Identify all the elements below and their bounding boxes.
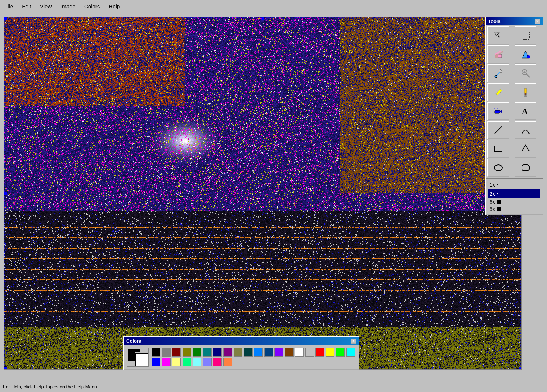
tool-eraser[interactable] xyxy=(487,45,509,64)
svg-rect-20 xyxy=(495,110,500,113)
color-swatch-blue[interactable] xyxy=(152,358,160,366)
tools-close-button[interactable]: × xyxy=(535,19,540,24)
menu-help[interactable]: Help xyxy=(104,2,124,11)
menu-edit[interactable]: Edit xyxy=(17,2,36,11)
canvas-container[interactable] xyxy=(4,17,522,370)
color-swatch-springgreen[interactable] xyxy=(183,358,191,366)
color-swatch-maroon[interactable] xyxy=(172,348,181,357)
color-swatch-purple[interactable] xyxy=(223,348,232,357)
menubar: File Edit View Image Colors Help xyxy=(0,0,547,13)
color-swatch-olive2[interactable] xyxy=(234,348,242,357)
zoom-6x-label: 6x xyxy=(490,199,495,205)
color-swatch-periwinkle[interactable] xyxy=(203,358,212,366)
tools-title: Tools xyxy=(488,19,501,24)
color-preview xyxy=(127,348,149,367)
colors-close-button[interactable]: × xyxy=(351,339,356,344)
menu-colors[interactable]: Colors xyxy=(80,2,104,11)
color-swatch-darkteal[interactable] xyxy=(244,348,253,357)
zoom-1x-label: 1x xyxy=(490,182,495,188)
tool-text[interactable]: A xyxy=(515,102,536,120)
rectangle-icon xyxy=(493,144,503,154)
tools-panel: Tools × xyxy=(485,17,543,215)
tool-rectangle[interactable] xyxy=(487,140,509,158)
color-swatch-lightcyan[interactable] xyxy=(193,358,201,366)
brush-icon xyxy=(521,87,531,97)
color-swatch-yellow[interactable] xyxy=(326,348,334,357)
svg-point-19 xyxy=(524,95,527,97)
svg-rect-1 xyxy=(522,32,529,39)
status-text: For Help, click Help Topics on the Help … xyxy=(3,384,98,389)
rounded-rect-icon xyxy=(521,163,531,173)
zoom-8x-label: 8x xyxy=(490,206,495,212)
tool-free-select[interactable] xyxy=(487,26,509,45)
tool-ellipse[interactable] xyxy=(487,159,509,177)
tool-pencil[interactable] xyxy=(487,83,509,101)
main-area: Tools × xyxy=(0,13,547,392)
color-swatch-orange[interactable] xyxy=(223,358,232,366)
color-swatch-azure[interactable] xyxy=(254,348,263,357)
color-swatch-cyan[interactable] xyxy=(346,348,355,357)
tool-rect-select[interactable] xyxy=(515,26,536,45)
curve-icon xyxy=(521,125,531,135)
tool-fill[interactable] xyxy=(515,45,536,64)
svg-marker-0 xyxy=(495,32,500,38)
tool-line[interactable] xyxy=(487,121,509,139)
free-select-icon xyxy=(493,30,503,41)
tool-polygon[interactable] xyxy=(515,140,536,158)
color-swatch-brown[interactable] xyxy=(285,348,294,357)
zoom-1x[interactable]: 1x · xyxy=(488,180,540,189)
tool-curve[interactable] xyxy=(515,121,536,139)
color-swatch-lime[interactable] xyxy=(336,348,345,357)
background-color[interactable] xyxy=(135,352,148,366)
zoom-2x-label: 2x xyxy=(490,191,495,197)
zoom-2x[interactable]: 2x · xyxy=(488,189,540,198)
zoom-section: 1x · 2x · 6x 8x xyxy=(486,178,543,214)
svg-rect-17 xyxy=(524,88,527,93)
tools-grid: A xyxy=(486,25,543,178)
color-swatch-rose[interactable] xyxy=(213,358,222,366)
image-canvas[interactable] xyxy=(4,17,521,369)
tool-eyedropper[interactable] xyxy=(487,64,509,82)
color-swatch-navy[interactable] xyxy=(213,348,222,357)
ellipse-icon xyxy=(493,163,503,173)
svg-point-23 xyxy=(496,109,497,109)
color-swatch-olive[interactable] xyxy=(183,348,191,357)
svg-point-24 xyxy=(497,108,498,109)
svg-line-12 xyxy=(526,74,529,77)
menu-image[interactable]: Image xyxy=(56,2,80,11)
tool-magnify[interactable] xyxy=(515,64,536,82)
color-swatch-gray[interactable] xyxy=(162,348,171,357)
svg-text:A: A xyxy=(522,107,528,116)
tool-brush[interactable] xyxy=(515,83,536,101)
svg-rect-18 xyxy=(525,93,526,96)
svg-point-31 xyxy=(494,165,502,171)
color-swatch-black[interactable] xyxy=(152,348,160,357)
fill-icon xyxy=(521,49,531,60)
zoom-1x-dot: · xyxy=(497,181,498,188)
color-swatch-white[interactable] xyxy=(295,348,304,357)
zoom-8x-square xyxy=(497,207,501,211)
color-swatch-violet[interactable] xyxy=(274,348,283,357)
color-swatch-lightyellow[interactable] xyxy=(172,358,181,366)
tool-airbrush[interactable] xyxy=(487,102,509,120)
tool-rounded-rect[interactable] xyxy=(515,159,536,177)
zoom-6x-square xyxy=(497,200,501,204)
color-swatch-magenta[interactable] xyxy=(162,358,171,366)
menu-view[interactable]: View xyxy=(36,2,56,11)
color-swatch-red[interactable] xyxy=(315,348,324,357)
tools-titlebar: Tools × xyxy=(486,17,543,25)
color-swatch-silver[interactable] xyxy=(305,348,314,357)
color-swatch-darkblue[interactable] xyxy=(264,348,273,357)
svg-rect-15 xyxy=(496,89,502,95)
svg-marker-16 xyxy=(493,97,494,97)
color-swatch-teal[interactable] xyxy=(203,348,212,357)
colors-titlebar: Colors × xyxy=(124,337,359,345)
colors-body xyxy=(124,345,359,369)
text-icon: A xyxy=(521,106,531,116)
color-swatch-green[interactable] xyxy=(193,348,201,357)
zoom-8x[interactable]: 8x xyxy=(488,205,540,213)
magnify-icon xyxy=(521,68,531,78)
zoom-6x[interactable]: 6x xyxy=(488,198,540,205)
menu-file[interactable]: File xyxy=(0,2,17,11)
svg-point-9 xyxy=(495,75,497,78)
